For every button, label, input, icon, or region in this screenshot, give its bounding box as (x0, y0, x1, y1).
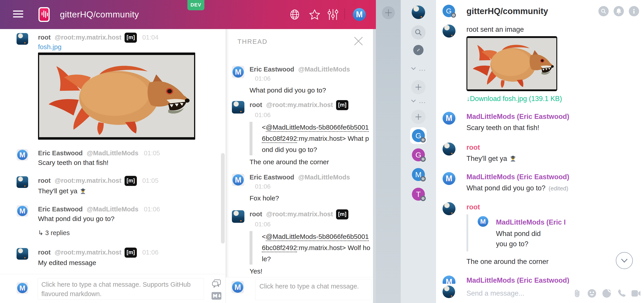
thread-timeline[interactable]: M Eric Eastwood @MadLittleMods01:06What … (226, 55, 373, 277)
element-message[interactable]: MMadLittleMods (Eric Eastwood)What pond … (466, 172, 644, 193)
settings-sliders-icon[interactable] (327, 0, 339, 29)
root-avatar[interactable] (16, 33, 28, 45)
thread-message[interactable]: root @root:my.matrix.host[m]01:06 <@MadL… (232, 100, 373, 167)
chat-message[interactable]: root @root:my.matrix.host[m]01:05They'll… (0, 176, 226, 198)
sender-username[interactable]: @MadLittleMods (87, 149, 138, 157)
madlittlemods-avatar[interactable]: M (16, 282, 28, 294)
chat-message[interactable]: root @root:my.matrix.host[m]01:06My edit… (0, 248, 226, 268)
madlittlemods-avatar[interactable]: M (232, 66, 244, 78)
element-message[interactable]: root sent an image ↓Download fosh.jpg (1… (466, 24, 644, 104)
sticker-icon[interactable] (602, 289, 611, 298)
root-avatar[interactable] (232, 101, 244, 113)
madlittlemods-avatar[interactable]: M (232, 281, 244, 294)
sender-name[interactable]: root (38, 249, 50, 256)
sender-username[interactable]: @root:my.matrix.host (266, 101, 333, 108)
sender-name[interactable]: root (250, 211, 262, 218)
room-search-icon[interactable] (598, 6, 609, 16)
sender-username[interactable]: @root:my.matrix.host (54, 249, 121, 256)
root-avatar[interactable] (16, 248, 28, 260)
sender-name[interactable]: Eric Eastwood (38, 206, 83, 213)
room-avatar-t3[interactable]: T (412, 188, 425, 201)
reply-quote[interactable]: M MadLittleMods (Eric Eastwood) What pon… (466, 214, 644, 251)
sender-name[interactable]: Eric Eastwood (250, 174, 294, 181)
root-avatar[interactable] (442, 24, 456, 37)
search-icon[interactable] (411, 25, 426, 39)
add-room-plus-icon-2[interactable] (411, 110, 426, 124)
root-avatar[interactable] (442, 286, 455, 298)
madlittlemods-avatar[interactable]: M (16, 205, 28, 217)
notifications-bell-icon[interactable] (614, 6, 624, 16)
thread-scrollbar[interactable] (373, 29, 376, 303)
madlittlemods-avatar[interactable]: M (16, 149, 28, 161)
chat-message[interactable]: M Eric Eastwood @MadLittleMods01:06What … (0, 205, 226, 238)
gitter-chat-timeline[interactable]: root @root:my.matrix.host[m]01:04fosh.jp… (0, 29, 226, 274)
mention-link[interactable]: @MadLittleMods-5b8066fe6b50016bc08f2492 (262, 124, 369, 143)
jump-to-bottom-button[interactable] (616, 252, 633, 269)
add-room-plus-icon[interactable] (382, 6, 395, 19)
sender-name[interactable]: root (38, 177, 50, 184)
star-icon[interactable] (308, 0, 321, 29)
room-info-icon[interactable] (629, 6, 639, 16)
element-message[interactable]: MMadLittleMods (Eric Eastwood)Scary teet… (466, 112, 644, 133)
madlittlemods-avatar[interactable]: M (442, 172, 456, 185)
sender-name[interactable]: MadLittleMods (Eric Eastwood) (466, 172, 644, 182)
markdown-icon[interactable] (212, 292, 222, 301)
element-message[interactable]: MMadLittleMods (Eric Eastwood) (466, 276, 644, 284)
madlittlemods-avatar[interactable]: M (442, 276, 456, 284)
menu-icon[interactable] (13, 10, 23, 18)
quoted-sender-name[interactable]: MadLittleMods (Eric Eastwood) (496, 216, 565, 229)
room-avatar-g1[interactable]: G (412, 148, 425, 161)
section-collapse-more[interactable]: ... (411, 66, 426, 71)
thread-message[interactable]: root @root:my.matrix.host[m]01:06 <@MadL… (232, 209, 373, 277)
sender-username[interactable]: @root:my.matrix.host (54, 177, 121, 184)
sender-name[interactable]: root (38, 34, 50, 41)
voice-call-phone-icon[interactable] (617, 289, 626, 298)
mention-link[interactable]: @MadLittleMods-5b8066fe6b50016bc08f2492 (262, 233, 369, 252)
file-link[interactable]: fosh.jpg (38, 43, 226, 51)
root-avatar[interactable] (16, 176, 28, 188)
sender-name[interactable]: root (466, 202, 644, 212)
add-space-plus-icon[interactable] (411, 80, 426, 94)
sender-username[interactable]: @root:my.matrix.host (54, 34, 121, 41)
root-avatar[interactable] (442, 202, 456, 215)
image-attachment[interactable] (38, 52, 195, 140)
globe-icon[interactable] (289, 0, 300, 29)
sender-name[interactable]: root (250, 101, 262, 108)
user-menu-avatar[interactable] (401, 5, 436, 19)
thread-message[interactable]: M Eric Eastwood @MadLittleMods01:06What … (232, 65, 373, 96)
element-timeline[interactable]: root sent an image ↓Download fosh.jpg (1… (436, 22, 644, 284)
sender-name[interactable]: Eric Eastwood (250, 66, 294, 73)
root-avatar[interactable] (412, 5, 425, 19)
emoji-icon[interactable] (587, 289, 596, 298)
download-link[interactable]: ↓Download fosh.jpg (139.1 KB) (466, 94, 644, 104)
video-call-icon[interactable] (632, 289, 641, 298)
thread-replies-link[interactable]: ↳3 replies (38, 228, 226, 238)
sender-username[interactable]: @root:my.matrix.host (266, 211, 333, 218)
sender-name[interactable]: MadLittleMods (Eric Eastwood) (466, 112, 644, 122)
sender-username[interactable]: @MadLittleMods (298, 66, 350, 73)
chat-message[interactable]: root @root:my.matrix.host[m]01:04fosh.jp… (0, 33, 226, 140)
room-avatar-g0[interactable]: G (410, 127, 427, 144)
gitter-logo-icon[interactable] (38, 7, 50, 22)
image-attachment[interactable] (466, 36, 557, 91)
chat-message[interactable]: M Eric Eastwood @MadLittleMods01:05Scary… (0, 149, 226, 168)
user-avatar[interactable]: M (352, 0, 366, 29)
madlittlemods-avatar[interactable]: M (478, 216, 488, 227)
sender-name[interactable]: root (466, 143, 644, 152)
madlittlemods-avatar[interactable]: M (442, 112, 456, 125)
send-message-input[interactable]: Send a message... (466, 284, 524, 303)
root-avatar[interactable] (232, 210, 244, 223)
attachment-paperclip-icon[interactable] (572, 289, 582, 298)
madlittlemods-avatar[interactable]: M (353, 8, 366, 21)
element-message[interactable]: rootThey'll get ya (466, 143, 644, 165)
madlittlemods-avatar[interactable]: M (232, 174, 244, 186)
close-icon[interactable] (354, 36, 363, 46)
chat-message-input[interactable]: Click here to type a chat message. Suppo… (38, 278, 204, 300)
sender-username[interactable]: @MadLittleMods (87, 206, 138, 213)
thread-message-input[interactable]: Click here to type a chat message. (255, 279, 372, 300)
sender-name[interactable]: Eric Eastwood (38, 149, 83, 157)
sender-username[interactable]: @MadLittleMods (298, 174, 350, 181)
section-collapse-more-2[interactable]: ... (411, 98, 426, 103)
chat-scrollbar[interactable] (221, 153, 225, 244)
explore-compass-icon[interactable] (413, 45, 424, 55)
